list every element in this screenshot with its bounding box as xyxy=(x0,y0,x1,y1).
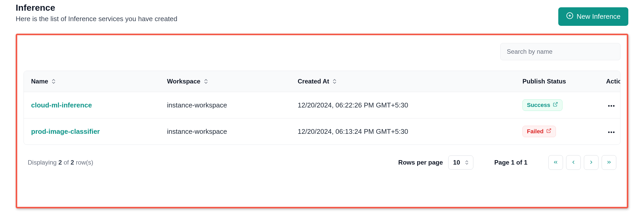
table-header-row: Name Workspace Created At xyxy=(24,71,620,92)
column-header-created[interactable]: Created At xyxy=(298,78,522,85)
table-row: prod-image-classifierinstance-workspace1… xyxy=(24,118,620,144)
svg-point-6 xyxy=(613,105,614,107)
table-row: cloud-ml-inferenceinstance-workspace12/2… xyxy=(24,92,620,118)
column-header-name-label: Name xyxy=(31,78,48,85)
svg-point-10 xyxy=(613,131,614,133)
status-text: Failed xyxy=(527,128,544,135)
sort-icon xyxy=(333,79,336,84)
inference-name-link[interactable]: prod-image-classifier xyxy=(31,128,100,135)
page-subtitle: Here is the list of Inference services y… xyxy=(16,15,177,23)
rows-per-page-value: 10 xyxy=(453,159,460,166)
select-caret-icon xyxy=(465,160,468,165)
more-horizontal-icon xyxy=(608,130,615,134)
svg-point-5 xyxy=(611,105,612,107)
page-title: Inference xyxy=(16,3,177,13)
status-text: Success xyxy=(527,102,550,108)
created-at-cell: 12/20/2024, 06:13:24 PM GMT+5:30 xyxy=(298,128,522,136)
content-panel: Name Workspace Created At xyxy=(16,34,628,208)
status-badge[interactable]: Failed xyxy=(522,126,556,137)
displaying-prefix: Displaying xyxy=(28,159,58,166)
new-inference-button[interactable]: New Inference xyxy=(558,7,628,26)
of-word: of xyxy=(62,159,71,166)
search-input[interactable] xyxy=(500,43,620,60)
column-header-actions-label: Actions xyxy=(606,78,620,85)
column-header-actions: Actions xyxy=(606,78,620,85)
chevron-right-icon xyxy=(588,159,594,166)
chevron-left-icon xyxy=(571,159,576,166)
plus-circle-icon xyxy=(566,12,573,21)
count-shown: 2 xyxy=(58,159,62,166)
workspace-cell: instance-workspace xyxy=(167,128,298,136)
prev-page-button[interactable] xyxy=(566,155,581,170)
chevrons-left-icon xyxy=(553,159,559,166)
svg-point-8 xyxy=(608,131,610,133)
column-header-created-label: Created At xyxy=(298,78,329,85)
column-header-workspace-label: Workspace xyxy=(167,78,200,85)
svg-point-9 xyxy=(611,131,612,133)
next-page-button[interactable] xyxy=(584,155,599,170)
column-header-status: Publish Status xyxy=(522,78,606,85)
inference-table: Name Workspace Created At xyxy=(24,71,620,145)
sort-icon xyxy=(204,79,208,84)
more-horizontal-icon xyxy=(608,104,615,108)
rows-suffix: row(s) xyxy=(74,159,93,166)
svg-point-4 xyxy=(608,105,610,107)
created-at-cell: 12/20/2024, 06:22:26 PM GMT+5:30 xyxy=(298,101,522,109)
rows-per-page-select[interactable]: 10 xyxy=(448,155,474,170)
count-total: 2 xyxy=(71,159,74,166)
workspace-cell: instance-workspace xyxy=(167,101,298,109)
column-header-workspace[interactable]: Workspace xyxy=(167,78,298,85)
last-page-button[interactable] xyxy=(602,155,616,170)
row-count-summary: Displaying 2 of 2 row(s) xyxy=(28,159,93,166)
first-page-button[interactable] xyxy=(548,155,563,170)
page-info: Page 1 of 1 xyxy=(494,159,527,166)
inference-name-link[interactable]: cloud-ml-inference xyxy=(31,101,92,109)
new-inference-label: New Inference xyxy=(577,13,620,21)
rows-per-page-label: Rows per page xyxy=(398,159,443,166)
sort-icon xyxy=(52,79,55,84)
column-header-name[interactable]: Name xyxy=(31,78,167,85)
status-badge[interactable]: Success xyxy=(522,99,562,111)
external-link-icon xyxy=(546,128,551,135)
svg-line-7 xyxy=(548,129,551,131)
external-link-icon xyxy=(553,102,558,108)
row-actions-button[interactable] xyxy=(606,102,617,109)
row-actions-button[interactable] xyxy=(606,129,617,136)
chevrons-right-icon xyxy=(606,159,612,166)
column-header-status-label: Publish Status xyxy=(522,78,566,85)
svg-line-3 xyxy=(555,103,557,105)
